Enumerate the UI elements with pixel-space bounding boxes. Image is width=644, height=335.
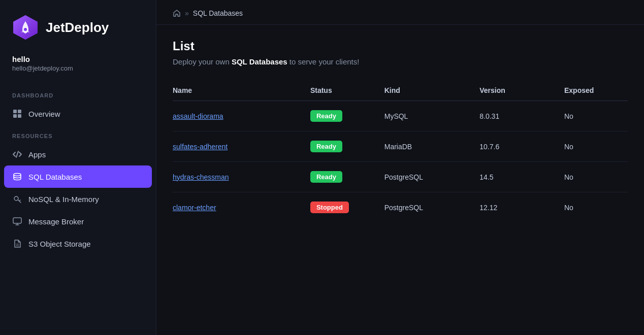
databases-table: Name Status Kind Version Exposed assault… (173, 80, 628, 222)
table-row: hydras-chessmanReadyPostgreSQL14.5No (173, 162, 628, 192)
table-row: sulfates-adherentReadyMariaDB10.7.6No (173, 131, 628, 162)
db-name-link[interactable]: clamor-etcher (173, 204, 216, 212)
status-badge: Stopped (310, 202, 349, 213)
logo-icon (12, 14, 39, 41)
svg-point-2 (24, 28, 27, 31)
table-row: clamor-etcherStoppedPostgreSQL12.12No (173, 192, 628, 223)
cell-kind: PostgreSQL (384, 162, 480, 192)
cell-exposed: No (564, 131, 628, 162)
breadcrumb: » SQL Databases (156, 0, 644, 25)
svg-rect-3 (13, 110, 17, 113)
grid-icon (12, 109, 22, 119)
page-description: Deploy your own SQL Databases to serve y… (173, 57, 628, 66)
monitor-icon (12, 216, 22, 226)
cell-version: 8.0.31 (479, 101, 564, 131)
code-icon (12, 149, 22, 159)
page-desc-bold: SQL Databases (232, 57, 287, 66)
svg-rect-5 (13, 114, 17, 118)
svg-rect-6 (18, 114, 21, 118)
dashboard-section-label: DASHBOARD (0, 84, 156, 103)
db-name-link[interactable]: hydras-chessman (173, 173, 229, 181)
page-desc-suffix: to serve your clients! (287, 57, 360, 66)
breadcrumb-separator: » (185, 9, 189, 17)
cell-exposed: No (564, 192, 628, 223)
databases-table-wrapper: Name Status Kind Version Exposed assault… (173, 80, 628, 222)
sidebar-item-sql-databases[interactable]: SQL Databases (4, 165, 152, 188)
sidebar-item-apps-label: Apps (28, 150, 46, 159)
key-icon (12, 194, 22, 204)
svg-rect-10 (13, 218, 21, 223)
cell-status: Stopped (310, 192, 384, 223)
file-icon (12, 239, 22, 249)
col-header-version: Version (479, 80, 564, 101)
cell-exposed: No (564, 101, 628, 131)
cell-name: sulfates-adherent (173, 131, 310, 162)
svg-point-8 (14, 174, 21, 176)
col-header-exposed: Exposed (564, 80, 628, 101)
app-name: JetDeploy (46, 20, 109, 36)
status-badge: Ready (310, 171, 342, 183)
table-body: assault-dioramaReadyMySQL8.0.31Nosulfate… (173, 101, 628, 223)
cell-name: hydras-chessman (173, 162, 310, 192)
db-name-link[interactable]: assault-diorama (173, 112, 223, 120)
page-desc-prefix: Deploy your own (173, 57, 232, 66)
sidebar-item-s3[interactable]: S3 Object Storage (0, 232, 156, 255)
sidebar-item-sql-label: SQL Databases (28, 173, 82, 181)
cell-status: Ready (310, 162, 384, 192)
sidebar-item-message-broker[interactable]: Message Broker (0, 210, 156, 232)
cell-kind: MariaDB (384, 131, 480, 162)
sidebar-item-nosql-label: NoSQL & In-Memory (28, 195, 99, 204)
cell-status: Ready (310, 131, 384, 162)
user-email: hello@jetdeploy.com (12, 64, 144, 72)
cell-kind: MySQL (384, 101, 480, 131)
home-icon[interactable] (173, 9, 181, 17)
breadcrumb-current: SQL Databases (193, 9, 243, 17)
cell-name: assault-diorama (173, 101, 310, 131)
col-header-name: Name (173, 80, 310, 101)
db-name-link[interactable]: sulfates-adherent (173, 143, 228, 151)
sidebar: JetDeploy hello hello@jetdeploy.com DASH… (0, 0, 156, 335)
status-badge: Ready (310, 110, 342, 122)
cell-version: 10.7.6 (479, 131, 564, 162)
logo-area: JetDeploy (0, 0, 156, 53)
cell-version: 12.12 (479, 192, 564, 223)
user-name: hello (12, 55, 144, 63)
cell-status: Ready (310, 101, 384, 131)
resources-section-label: RESOURCES (0, 125, 156, 143)
table-row: assault-dioramaReadyMySQL8.0.31No (173, 101, 628, 131)
sidebar-item-s3-label: S3 Object Storage (28, 240, 91, 248)
cell-version: 14.5 (479, 162, 564, 192)
cell-exposed: No (564, 162, 628, 192)
cell-name: clamor-etcher (173, 192, 310, 223)
svg-rect-4 (18, 110, 21, 113)
col-header-status: Status (310, 80, 384, 101)
page-title: List (173, 39, 628, 53)
col-header-kind: Kind (384, 80, 480, 101)
database-icon (12, 172, 22, 182)
status-badge: Ready (310, 141, 342, 152)
sidebar-item-message-broker-label: Message Broker (28, 217, 84, 226)
sidebar-item-overview-label: Overview (28, 110, 60, 118)
svg-line-7 (16, 151, 18, 157)
sidebar-item-overview[interactable]: Overview (0, 103, 156, 125)
user-info: hello hello@jetdeploy.com (0, 53, 156, 84)
main-content: » SQL Databases List Deploy your own SQL… (156, 0, 644, 335)
cell-kind: PostgreSQL (384, 192, 480, 223)
sidebar-item-nosql[interactable]: NoSQL & In-Memory (0, 188, 156, 210)
sidebar-item-apps[interactable]: Apps (0, 143, 156, 165)
page-content: List Deploy your own SQL Databases to se… (156, 25, 644, 237)
table-header: Name Status Kind Version Exposed (173, 80, 628, 101)
